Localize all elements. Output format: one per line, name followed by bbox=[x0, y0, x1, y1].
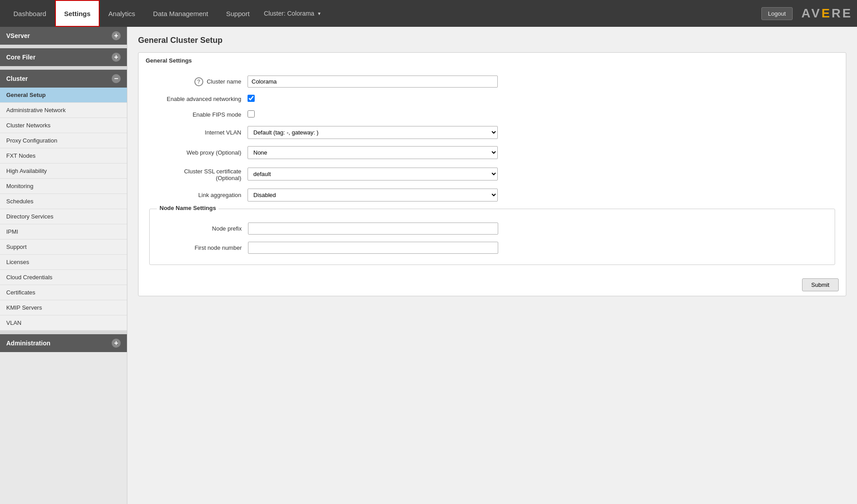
sidebar-item-administrative-network[interactable]: Administrative Network bbox=[0, 103, 127, 118]
general-settings-header: General Settings bbox=[139, 53, 846, 68]
content-area: General Cluster Setup General Settings ?… bbox=[127, 27, 857, 504]
cluster-ssl-row: Cluster SSL certificate (Optional) defau… bbox=[149, 166, 835, 181]
sidebar-section-vserver[interactable]: VServer + bbox=[0, 27, 127, 45]
cluster-ssl-select[interactable]: default bbox=[248, 168, 498, 181]
sidebar-section-administration-label: Administration bbox=[6, 340, 50, 347]
cluster-name-label-wrap: ? Cluster name bbox=[149, 77, 248, 86]
tab-analytics[interactable]: Analytics bbox=[100, 0, 144, 27]
sidebar-section-administration[interactable]: Administration + bbox=[0, 334, 127, 352]
logo-e: E bbox=[821, 6, 832, 21]
tab-dashboard[interactable]: Dashboard bbox=[4, 0, 55, 27]
sidebar-item-high-availability[interactable]: High Availability bbox=[0, 164, 127, 179]
link-aggregation-row: Link aggregation Disabled bbox=[149, 189, 835, 202]
cluster-dropdown-arrow: ▼ bbox=[317, 11, 321, 16]
sidebar-item-vlan[interactable]: VLAN bbox=[0, 315, 127, 331]
sidebar-section-core-filer-label: Core Filer bbox=[6, 54, 35, 61]
sidebar-item-schedules[interactable]: Schedules bbox=[0, 194, 127, 209]
sidebar-item-fxt-nodes[interactable]: FXT Nodes bbox=[0, 148, 127, 164]
web-proxy-select[interactable]: None bbox=[248, 146, 498, 159]
sidebar-section-core-filer[interactable]: Core Filer + bbox=[0, 48, 127, 66]
general-settings-panel: General Settings ? Cluster name Enable a… bbox=[138, 52, 846, 296]
first-node-number-control bbox=[248, 242, 835, 254]
sidebar-section-cluster-label: Cluster bbox=[6, 75, 28, 82]
web-proxy-row: Web proxy (Optional) None bbox=[149, 146, 835, 159]
sidebar-section-vserver-label: VServer bbox=[6, 32, 30, 39]
internet-vlan-control: Default (tag: -, gateway: ) bbox=[248, 126, 835, 139]
cluster-selector-label: Cluster: Colorama bbox=[264, 10, 315, 17]
internet-vlan-row: Internet VLAN Default (tag: -, gateway: … bbox=[149, 126, 835, 139]
cluster-spacer bbox=[0, 331, 127, 334]
topbar: Dashboard Settings Analytics Data Manage… bbox=[0, 0, 857, 27]
node-prefix-control bbox=[248, 223, 835, 235]
internet-vlan-select[interactable]: Default (tag: -, gateway: ) bbox=[248, 126, 498, 139]
submit-button[interactable]: Submit bbox=[802, 278, 839, 291]
enable-fips-mode-label: Enable FIPS mode bbox=[149, 111, 248, 118]
general-settings-body: ? Cluster name Enable advanced networkin… bbox=[139, 68, 846, 274]
cluster-name-control bbox=[248, 76, 835, 88]
vserver-spacer bbox=[0, 45, 127, 48]
page-title: General Cluster Setup bbox=[138, 36, 846, 45]
tab-data-management[interactable]: Data Management bbox=[144, 0, 217, 27]
vserver-expand-icon[interactable]: + bbox=[112, 31, 121, 40]
web-proxy-label: Web proxy (Optional) bbox=[149, 149, 248, 156]
cluster-selector[interactable]: Cluster: Colorama ▼ bbox=[259, 7, 327, 20]
enable-fips-mode-control bbox=[248, 110, 835, 119]
topbar-nav: Dashboard Settings Analytics Data Manage… bbox=[4, 0, 761, 27]
cluster-ssl-label: Cluster SSL certificate (Optional) bbox=[149, 166, 248, 181]
internet-vlan-label: Internet VLAN bbox=[149, 129, 248, 136]
logout-button[interactable]: Logout bbox=[761, 7, 793, 20]
first-node-number-input[interactable] bbox=[248, 242, 498, 254]
sidebar-item-proxy-configuration[interactable]: Proxy Configuration bbox=[0, 133, 127, 148]
logo-re: RE bbox=[832, 6, 853, 21]
web-proxy-control: None bbox=[248, 146, 835, 159]
core-filer-spacer bbox=[0, 66, 127, 70]
sidebar-item-support[interactable]: Support bbox=[0, 239, 127, 255]
enable-advanced-networking-control bbox=[248, 95, 835, 103]
enable-fips-mode-row: Enable FIPS mode bbox=[149, 110, 835, 119]
cluster-ssl-control: default bbox=[248, 168, 835, 181]
sidebar-item-kmip-servers[interactable]: KMIP Servers bbox=[0, 300, 127, 315]
tab-support[interactable]: Support bbox=[217, 0, 259, 27]
node-prefix-input[interactable] bbox=[248, 223, 498, 235]
node-name-section: Node Name Settings Node prefix First nod… bbox=[149, 209, 835, 265]
sidebar-item-general-setup[interactable]: General Setup bbox=[0, 88, 127, 103]
sidebar-item-certificates[interactable]: Certificates bbox=[0, 285, 127, 300]
cluster-name-row: ? Cluster name bbox=[149, 76, 835, 88]
first-node-number-row: First node number bbox=[150, 242, 835, 254]
tab-settings[interactable]: Settings bbox=[55, 0, 99, 27]
sidebar-item-licenses[interactable]: Licenses bbox=[0, 255, 127, 270]
avere-logo: AVERE bbox=[802, 6, 853, 21]
enable-advanced-networking-checkbox[interactable] bbox=[248, 95, 255, 102]
sidebar-item-ipmi[interactable]: IPMI bbox=[0, 224, 127, 239]
link-aggregation-label: Link aggregation bbox=[149, 192, 248, 198]
cluster-name-label: Cluster name bbox=[207, 78, 241, 85]
administration-expand-icon[interactable]: + bbox=[112, 339, 121, 348]
sidebar-item-monitoring[interactable]: Monitoring bbox=[0, 179, 127, 194]
node-name-section-title: Node Name Settings bbox=[157, 205, 218, 211]
main-layout: VServer + Core Filer + Cluster − General… bbox=[0, 27, 857, 504]
sidebar: VServer + Core Filer + Cluster − General… bbox=[0, 27, 127, 504]
logo-av: AV bbox=[802, 6, 822, 21]
sidebar-item-directory-services[interactable]: Directory Services bbox=[0, 209, 127, 224]
cluster-name-help-icon[interactable]: ? bbox=[194, 77, 203, 86]
node-prefix-row: Node prefix bbox=[150, 223, 835, 235]
submit-row: Submit bbox=[139, 274, 846, 296]
sidebar-item-cluster-networks[interactable]: Cluster Networks bbox=[0, 118, 127, 133]
core-filer-expand-icon[interactable]: + bbox=[112, 53, 121, 62]
cluster-collapse-icon[interactable]: − bbox=[112, 74, 121, 83]
enable-advanced-networking-label: Enable advanced networking bbox=[149, 96, 248, 102]
enable-fips-mode-checkbox[interactable] bbox=[248, 110, 255, 118]
sidebar-section-cluster[interactable]: Cluster − bbox=[0, 70, 127, 88]
first-node-number-label: First node number bbox=[150, 244, 248, 251]
enable-advanced-networking-row: Enable advanced networking bbox=[149, 95, 835, 103]
node-prefix-label: Node prefix bbox=[150, 225, 248, 232]
link-aggregation-select[interactable]: Disabled bbox=[248, 189, 498, 202]
sidebar-item-cloud-credentials[interactable]: Cloud Credentials bbox=[0, 270, 127, 285]
link-aggregation-control: Disabled bbox=[248, 189, 835, 202]
cluster-name-input[interactable] bbox=[248, 76, 498, 88]
